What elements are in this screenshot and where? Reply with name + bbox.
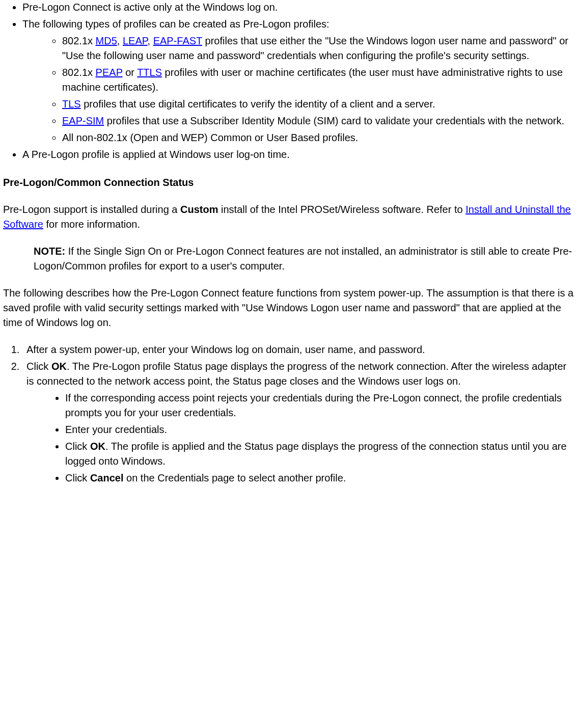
list-item: Enter your credentials. xyxy=(65,422,574,437)
link-eap-fast[interactable]: EAP-FAST xyxy=(153,35,202,46)
text: After a system power-up, enter your Wind… xyxy=(26,344,425,355)
list-item: The following types of profiles can be c… xyxy=(22,17,574,145)
list-item: Click OK. The profile is applied and the… xyxy=(65,439,574,469)
step-item: After a system power-up, enter your Wind… xyxy=(22,342,574,357)
text: . The profile is applied and the Status … xyxy=(65,441,567,467)
text: , xyxy=(117,35,123,46)
text: All non-802.1x (Open and WEP) Common or … xyxy=(62,132,358,143)
list-item: Pre-Logon Connect is active only at the … xyxy=(22,0,574,15)
text: or xyxy=(123,67,138,78)
text: A Pre-Logon profile is applied at Window… xyxy=(22,149,290,160)
text: on the Credentials page to select anothe… xyxy=(123,472,346,483)
link-ttls[interactable]: TTLS xyxy=(137,67,162,78)
text: Click xyxy=(26,361,51,372)
text: , xyxy=(148,35,153,46)
top-bullet-list: Pre-Logon Connect is active only at the … xyxy=(3,0,574,162)
text: 802.1x xyxy=(62,67,96,78)
list-item: 802.1x PEAP or TTLS profiles with user o… xyxy=(62,65,574,95)
link-tls[interactable]: TLS xyxy=(62,98,81,110)
text: install of the Intel PROSet/Wireless sof… xyxy=(218,204,465,215)
note-label: NOTE: xyxy=(34,246,65,257)
link-md5[interactable]: MD5 xyxy=(96,35,117,46)
list-item: EAP-SIM profiles that use a Subscriber I… xyxy=(62,114,574,128)
text: profiles that use a Subscriber Identity … xyxy=(104,115,564,126)
section-heading: Pre-Logon/Common Connection Status xyxy=(3,175,574,190)
link-eap-sim[interactable]: EAP-SIM xyxy=(62,115,104,126)
text: for more information. xyxy=(43,219,140,230)
text: . The Pre-Logon profile Status page disp… xyxy=(26,361,566,387)
list-item: Click Cancel on the Credentials page to … xyxy=(65,471,574,486)
list-item: If the corresponding access point reject… xyxy=(65,391,574,420)
text: Pre-Logon Connect is active only at the … xyxy=(22,2,278,13)
link-leap[interactable]: LEAP xyxy=(123,35,148,46)
list-item: 802.1x MD5, LEAP, EAP-FAST profiles that… xyxy=(62,34,574,63)
bold-text: Custom xyxy=(180,204,218,215)
text: profiles that use digital certificates t… xyxy=(81,98,435,110)
nested-circle-list: 802.1x MD5, LEAP, EAP-FAST profiles that… xyxy=(22,34,574,145)
bold-text: OK xyxy=(90,441,105,452)
ordered-steps: After a system power-up, enter your Wind… xyxy=(3,342,574,486)
text: Pre-Logon support is installed during a xyxy=(3,204,180,215)
text: The following types of profiles can be c… xyxy=(22,18,329,30)
note-block: NOTE: If the Single Sign On or Pre-Logon… xyxy=(34,244,574,274)
bold-text: Cancel xyxy=(90,472,124,483)
text: Click xyxy=(65,472,90,483)
list-item: A Pre-Logon profile is applied at Window… xyxy=(22,147,574,162)
text: Enter your credentials. xyxy=(65,424,167,435)
text: 802.1x xyxy=(62,35,96,46)
link-peap[interactable]: PEAP xyxy=(96,67,123,78)
list-item: All non-802.1x (Open and WEP) Common or … xyxy=(62,130,574,145)
list-item: TLS profiles that use digital certificat… xyxy=(62,97,574,112)
text: If the corresponding access point reject… xyxy=(65,392,562,418)
body-paragraph: The following describes how the Pre-Logo… xyxy=(3,286,574,330)
document-page: Pre-Logon Connect is active only at the … xyxy=(0,0,577,503)
nested-disc-list: If the corresponding access point reject… xyxy=(26,391,574,486)
note-text: If the Single Sign On or Pre-Logon Conne… xyxy=(34,246,572,272)
step-item: Click OK. The Pre-Logon profile Status p… xyxy=(22,359,574,486)
body-paragraph: Pre-Logon support is installed during a … xyxy=(3,202,574,232)
text: Click xyxy=(65,441,90,452)
bold-text: OK xyxy=(51,361,67,372)
